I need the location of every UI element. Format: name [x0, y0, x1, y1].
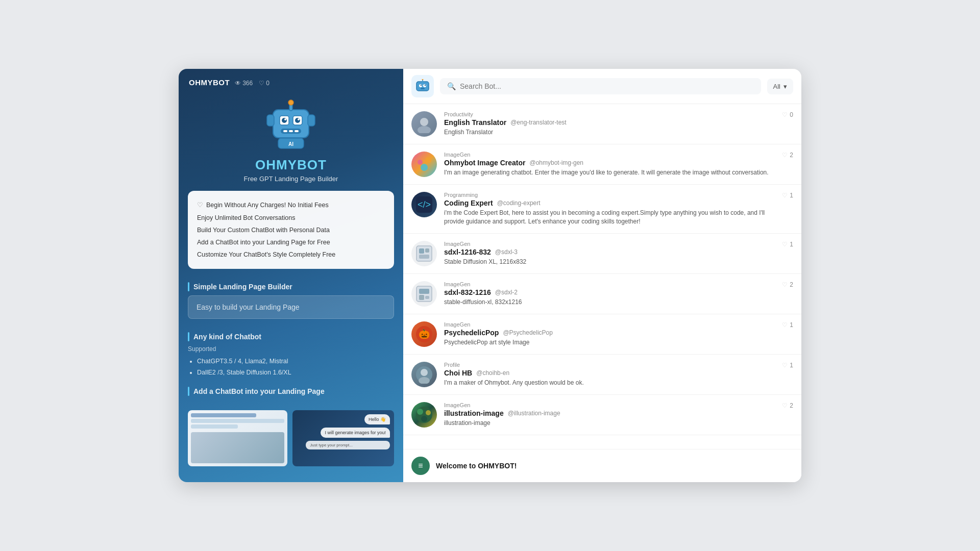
bot-item-5[interactable]: 🎃 ImageGen PsychedelicPop @PsychedelicPo…: [403, 314, 801, 355]
bot-desc-6: I'm a maker of Ohmybot. Any question wou…: [444, 379, 778, 387]
svg-rect-14: [308, 115, 315, 126]
search-icon: 🔍: [447, 82, 456, 90]
supported-label: Supported: [188, 345, 394, 353]
svg-text:🎃: 🎃: [419, 329, 430, 340]
bot-avatar-3: [411, 241, 437, 266]
svg-point-6: [298, 118, 300, 120]
svg-point-3: [282, 118, 287, 123]
chatbot-item-1: DallE2 /3, Stable Diffusion 1.6/XL: [197, 367, 394, 379]
svg-rect-34: [419, 248, 424, 254]
bot-handle-4: @sdxl-2: [495, 289, 518, 296]
svg-point-12: [288, 100, 293, 105]
bot-item-2[interactable]: </> Programming Coding Expert @coding-ex…: [403, 185, 801, 234]
bot-list: Productivity English Translator @eng-tra…: [403, 104, 801, 449]
svg-text:AI: AI: [288, 141, 293, 147]
svg-point-26: [418, 126, 431, 133]
bot-avatar-7: [411, 402, 437, 428]
heart-icon-4: ♡: [782, 281, 788, 288]
bot-views: 👁 366: [235, 80, 253, 87]
section-bar: [188, 282, 189, 291]
svg-point-28: [418, 160, 423, 165]
bot-robot-icon: AI: [260, 97, 322, 153]
svg-point-24: [422, 79, 424, 80]
ss-bar-3: [191, 424, 238, 429]
heart-icon-1: ♡: [782, 152, 788, 159]
bot-name-row-2: Coding Expert @coding-expert: [444, 199, 778, 207]
section-bar-2: [188, 332, 189, 341]
bot-category-0: Productivity: [444, 111, 778, 117]
bot-name-row-7: illustration-image @illustration-image: [444, 409, 778, 417]
welcome-icon: ≡: [411, 457, 430, 475]
menu-icon: ≡: [418, 461, 423, 470]
bot-content-3: ImageGen sdxl-1216-832 @sdxl-3 Stable Di…: [444, 241, 778, 266]
bot-avatar-5: 🎃: [411, 321, 437, 347]
feature-item-4: Customize Your ChatBot's Style Completel…: [197, 248, 385, 261]
ss-bar-2: [191, 419, 284, 423]
bot-name-4: sdxl-832-1216: [444, 288, 491, 296]
svg-point-21: [425, 85, 426, 86]
bot-content-5: ImageGen PsychedelicPop @PsychedelicPop …: [444, 321, 778, 347]
features-list: ♡ Begin Without Any Charges! No Initial …: [197, 199, 385, 261]
svg-rect-22: [421, 88, 425, 89]
svg-point-5: [284, 118, 286, 120]
bot-name-0: English Translator: [444, 118, 506, 127]
feature-heart-icon: ♡: [197, 200, 203, 211]
feature-item-3: Add a ChatBot into your Landing Page for…: [197, 236, 385, 248]
bot-item-1[interactable]: ImageGen Ohmybot Image Creator @ohmybot-…: [403, 144, 801, 185]
filter-dropdown[interactable]: All ▾: [767, 79, 793, 94]
bot-name: OHMYBOT: [255, 157, 327, 173]
svg-point-29: [425, 157, 431, 163]
bot-item-7[interactable]: ImageGen illustration-image @illustratio…: [403, 395, 801, 435]
bot-desc-1: I'm an image generating chatbot. Enter t…: [444, 168, 778, 177]
bot-avatar-2: </>: [411, 192, 437, 217]
svg-point-20: [421, 85, 422, 86]
bot-desc-7: illustration-image: [444, 419, 778, 428]
bot-likes-4: ♡ 2: [782, 281, 793, 288]
svg-point-25: [420, 118, 428, 126]
feature-item-2: Build Your Custom ChatBot with Personal …: [197, 224, 385, 236]
filter-label: All: [773, 83, 780, 90]
svg-rect-33: [416, 246, 432, 261]
right-panel: 🔍 All ▾ Productivity English Translator …: [403, 69, 801, 482]
svg-rect-17: [416, 82, 429, 91]
heart-icon-0: ♡: [782, 111, 788, 118]
bot-subtitle: Free GPT Landing Page Builder: [244, 175, 338, 183]
bot-avatar-0: [411, 111, 437, 137]
bot-item-3[interactable]: ImageGen sdxl-1216-832 @sdxl-3 Stable Di…: [403, 234, 801, 274]
bot-name-row-1: Ohmybot Image Creator @ohmybot-img-gen: [444, 159, 778, 167]
screenshots-row: Hello 👋 I will generate images for you! …: [188, 410, 394, 466]
bot-name-5: PsychedelicPop: [444, 329, 499, 337]
chatbot-item-0: ChatGPT3.5 / 4, Llama2, Mistral: [197, 356, 394, 367]
bot-content-7: ImageGen illustration-image @illustratio…: [444, 402, 778, 428]
bot-category-6: Profile: [444, 362, 778, 368]
heart-icon-6: ♡: [782, 362, 788, 369]
svg-rect-35: [425, 248, 429, 253]
bot-name-row-3: sdxl-1216-832 @sdxl-3: [444, 248, 778, 256]
bot-category-1: ImageGen: [444, 152, 778, 158]
bot-likes-6: ♡ 1: [782, 362, 793, 369]
main-container: OHMYBOT 👁 366 ♡ 0: [179, 69, 801, 482]
bot-content-1: ImageGen Ohmybot Image Creator @ohmybot-…: [444, 152, 778, 177]
chat-bubble-1: Hello 👋: [364, 414, 390, 424]
bot-name-6: Choi HB: [444, 369, 472, 377]
svg-rect-8: [283, 130, 287, 132]
screenshot-right: Hello 👋 I will generate images for you! …: [292, 410, 394, 466]
bot-item-6[interactable]: Profile Choi HB @choihb-en I'm a maker o…: [403, 355, 801, 395]
bot-likes-count: ♡ 0: [259, 80, 270, 87]
bot-likes-1: ♡ 2: [782, 152, 793, 159]
bot-name-row-5: PsychedelicPop @PsychedelicPop: [444, 329, 778, 337]
search-bar[interactable]: 🔍: [440, 78, 761, 94]
bot-desc-5: PsychedelicPop art style Image: [444, 338, 778, 347]
screenshots-section: Hello 👋 I will generate images for you! …: [179, 410, 403, 475]
bot-item-4[interactable]: ImageGen sdxl-832-1216 @sdxl-2 stable-di…: [403, 274, 801, 314]
bot-category-7: ImageGen: [444, 402, 778, 408]
right-header: 🔍 All ▾: [403, 69, 801, 104]
search-input[interactable]: [460, 82, 754, 90]
section-chatbot-text: Any kind of Chatbot: [193, 333, 261, 341]
section-addchatbot-text: Add a ChatBot into your Landing Page: [193, 387, 325, 395]
bot-item-0[interactable]: Productivity English Translator @eng-tra…: [403, 104, 801, 144]
features-card: ♡ Begin Without Any Charges! No Initial …: [188, 191, 394, 269]
bot-likes-5: ♡ 1: [782, 321, 793, 329]
svg-point-47: [417, 409, 423, 415]
bot-name-1: Ohmybot Image Creator: [444, 159, 525, 167]
